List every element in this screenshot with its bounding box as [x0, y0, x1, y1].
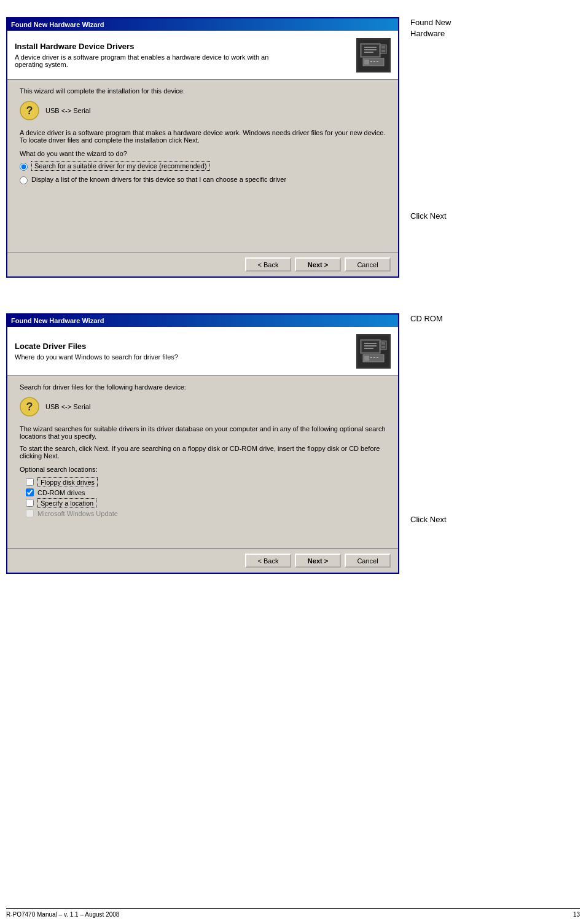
wizard2-header: Locate Driver Files Where do you want Wi…: [7, 327, 398, 376]
wizard2-header-text: Locate Driver Files Where do you want Wi…: [15, 342, 178, 361]
svg-rect-11: [370, 61, 372, 62]
wizard1-title-text: Found New Hardware Wizard: [11, 21, 104, 28]
wizard2-checkbox-specify[interactable]: [26, 499, 34, 507]
wizard1-header-title: Install Hardware Device Drivers: [15, 42, 291, 51]
footer-right: 13: [573, 911, 580, 918]
wizard1-header-text: Install Hardware Device Drivers A device…: [15, 42, 291, 68]
question-icon-1: ?: [20, 101, 39, 120]
wizard1-radio-group: Search for a suitable driver for my devi…: [20, 162, 386, 184]
wizard2-cdrom-label[interactable]: CD-ROM drives: [37, 489, 85, 496]
wizard1-radio2-label[interactable]: Display a list of the known drivers for …: [31, 176, 286, 183]
svg-text:?: ?: [26, 104, 33, 117]
wizard1-radio1-label[interactable]: Search for a suitable driver for my devi…: [31, 162, 210, 170]
wizard2-cancel-button[interactable]: Cancel: [345, 554, 391, 568]
wizard1-para2: What do you want the wizard to do?: [20, 150, 386, 157]
svg-rect-13: [377, 61, 378, 62]
wizard2-floppy-label[interactable]: Floppy disk drives: [37, 479, 98, 486]
wizard1-radio1[interactable]: [20, 163, 28, 171]
wizard2-update-label: Microsoft Windows Update: [37, 510, 118, 517]
wizard2-para1: The wizard searches for suitable drivers…: [20, 425, 386, 440]
wizard2-specify-dotted: Specify a location: [37, 498, 96, 508]
wizard1-radio2[interactable]: [20, 176, 28, 184]
wizard2-section: Found New Hardware Wizard Locate Driver …: [6, 313, 586, 574]
wizard2-clicknext-label: Click Next: [410, 324, 447, 524]
wizard1-header-subtitle: A device driver is a software program th…: [15, 53, 291, 68]
wizard2-side-labels: CD ROM Click Next: [410, 313, 447, 524]
svg-rect-28: [373, 357, 375, 358]
spacer: [0, 278, 586, 302]
svg-rect-8: [381, 50, 385, 52]
hardware-icon-2: [356, 334, 391, 369]
hardware-icon-1: [356, 38, 391, 72]
svg-rect-12: [373, 61, 375, 62]
svg-text:?: ?: [26, 401, 33, 413]
wizard1-radio1-dotted: Search for a suitable driver for my devi…: [31, 161, 210, 171]
wizard2-header-subtitle: Where do you want Windows to search for …: [15, 353, 178, 361]
wizard1-header: Install Hardware Device Drivers A device…: [7, 31, 398, 80]
svg-rect-18: [362, 341, 379, 352]
wizard1-para1: A device driver is a software program th…: [20, 129, 386, 144]
wizard2-intro: Search for driver files for the followin…: [20, 383, 386, 391]
wizard2-footer: < Back Next > Cancel: [7, 548, 398, 573]
page-container: Found New Hardware Wizard Install Hardwa…: [0, 0, 586, 924]
svg-rect-27: [370, 357, 372, 358]
wizard2-specify-label[interactable]: Specify a location: [37, 499, 96, 507]
question-icon-2: ?: [20, 397, 39, 417]
svg-rect-2: [362, 45, 379, 56]
wizard2-titlebar: Found New Hardware Wizard: [7, 315, 398, 327]
wizard2-next-button[interactable]: Next >: [295, 554, 341, 568]
wizard1-next-button[interactable]: Next >: [295, 257, 341, 272]
wizard2-header-title: Locate Driver Files: [15, 342, 178, 351]
svg-rect-29: [377, 357, 378, 358]
svg-rect-23: [381, 342, 385, 345]
svg-rect-24: [381, 346, 385, 348]
svg-rect-26: [364, 356, 369, 361]
wizard2-checkbox-floppy[interactable]: [26, 478, 34, 486]
wizard2-window: Found New Hardware Wizard Locate Driver …: [6, 313, 399, 574]
wizard2-body: Search for driver files for the followin…: [7, 376, 398, 548]
wizard2-checkbox-specify-item: Specify a location: [26, 499, 386, 507]
wizard2-device-name: USB <-> Serial: [45, 403, 90, 410]
wizard1-titlebar: Found New Hardware Wizard: [7, 18, 398, 31]
wizard1-body: This wizard will complete the installati…: [7, 80, 398, 252]
wizard2-back-button[interactable]: < Back: [245, 554, 291, 568]
wizard1-found-label: Found NewHardware: [410, 17, 451, 39]
wizard1-clicknext-label: Click Next: [410, 39, 451, 221]
wizard1-radio1-item: Search for a suitable driver for my devi…: [20, 162, 386, 171]
wizard1-section: Found New Hardware Wizard Install Hardwa…: [6, 17, 586, 278]
wizard2-device-row: ? USB <-> Serial: [20, 397, 386, 417]
wizard2-checkbox-update: [26, 509, 34, 517]
footer-left: R-PO7470 Manual – v. 1.1 – August 2008: [6, 911, 119, 918]
wizard1-device-row: ? USB <-> Serial: [20, 101, 386, 120]
wizard1-footer: < Back Next > Cancel: [7, 252, 398, 276]
wizard2-checkbox-update-item: Microsoft Windows Update: [26, 509, 386, 517]
footer-bar: R-PO7470 Manual – v. 1.1 – August 2008 1…: [6, 908, 580, 918]
wizard1-side-labels: Found NewHardware Click Next: [410, 17, 451, 221]
wizard2-checkbox-cdrom-item: CD-ROM drives: [26, 488, 386, 496]
wizard2-optional-label: Optional search locations:: [20, 466, 386, 473]
wizard2-checkbox-floppy-item: Floppy disk drives: [26, 478, 386, 486]
wizard2-checkbox-cdrom[interactable]: [26, 488, 34, 496]
wizard2-cdrom-label-side: CD ROM: [410, 313, 447, 324]
wizard2-para2: To start the search, click Next. If you …: [20, 445, 386, 460]
svg-rect-10: [364, 60, 369, 65]
wizard1-window: Found New Hardware Wizard Install Hardwa…: [6, 17, 399, 278]
wizard2-floppy-dotted: Floppy disk drives: [37, 477, 98, 487]
wizard1-device-name: USB <-> Serial: [45, 107, 90, 114]
wizard1-intro: This wizard will complete the installati…: [20, 87, 386, 95]
wizard2-checkbox-group: Floppy disk drives CD-ROM drives Specify…: [26, 478, 386, 517]
svg-rect-7: [381, 46, 385, 49]
wizard1-back-button[interactable]: < Back: [245, 257, 291, 272]
wizard2-title-text: Found New Hardware Wizard: [11, 317, 104, 324]
wizard1-radio2-item: Display a list of the known drivers for …: [20, 176, 386, 184]
wizard1-cancel-button[interactable]: Cancel: [345, 257, 391, 272]
